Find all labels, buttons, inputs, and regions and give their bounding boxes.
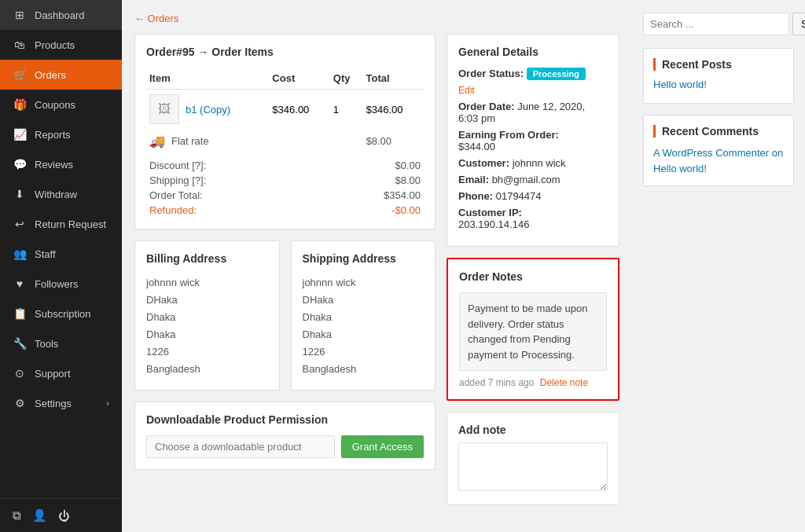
sidebar-item-label: Followers: [35, 278, 79, 290]
search-button[interactable]: Search: [792, 13, 805, 35]
back-to-orders-link[interactable]: ← Orders: [134, 13, 178, 24]
sidebar-item-label: Return Request: [35, 218, 106, 230]
customer-ip-value: 203.190.14.146: [458, 218, 529, 230]
edit-link[interactable]: Edit: [458, 85, 475, 96]
billing-address-card: Billing Address johnnn wick DHaka Dhaka …: [134, 240, 280, 391]
sidebar-item-label: Tools: [35, 338, 58, 350]
col-qty: Qty: [330, 68, 363, 90]
sidebar-item-label: Subscription: [35, 308, 91, 320]
table-row: 🖼 b1 (Copy) $346.00 1 $346.00: [146, 90, 424, 130]
phone-value: 01794474: [496, 190, 542, 202]
shipping-line-2: Dhaka: [303, 311, 333, 323]
billing-line-0: johnnn wick: [146, 277, 200, 288]
sidebar: ⊞ Dashboard 🛍 Products 🛒 Orders 🎁 Coupon…: [0, 0, 122, 532]
comment-post-link[interactable]: Hello world!: [653, 163, 707, 174]
col-total: Total: [363, 68, 424, 90]
customer-label: Customer:: [458, 157, 509, 169]
product-total: $346.00: [363, 90, 424, 130]
shipping-title: Shipping Address: [303, 252, 425, 265]
general-details-title: General Details: [458, 46, 608, 58]
reports-icon: 📈: [13, 128, 27, 141]
sidebar-item-tools[interactable]: 🔧 Tools: [0, 328, 122, 358]
sidebar-item-orders[interactable]: 🛒 Orders: [0, 60, 122, 90]
order-table: Item Cost Qty Total 🖼: [146, 68, 424, 153]
downloadable-row: Grant Access: [146, 435, 424, 458]
shipping-line-0: johnnn wick: [303, 277, 356, 288]
sidebar-item-label: Staff: [35, 248, 56, 260]
phone-row: Phone: 01794474: [458, 190, 608, 202]
downloadable-product-input[interactable]: [146, 435, 335, 458]
sidebar-item-subscription[interactable]: 📋 Subscription: [0, 299, 122, 328]
sidebar-item-support[interactable]: ⊙ Support: [0, 358, 122, 388]
sidebar-item-settings[interactable]: ⚙ Settings ›: [0, 388, 122, 418]
right-sidebar: Search Recent Posts Hello world! Recent …: [632, 0, 805, 532]
email-value: bh@gmail.com: [492, 174, 561, 185]
shipping-sum-value: $8.00: [395, 174, 421, 186]
sidebar-item-reviews[interactable]: 💬 Reviews: [0, 149, 122, 179]
refunded-value: -$0.00: [391, 204, 421, 216]
order-header: Order#95 → Order Items: [146, 46, 424, 58]
search-input[interactable]: [643, 13, 789, 35]
sidebar-bottom: ⧉ 👤 ⏻: [0, 498, 122, 532]
customer-ip-label: Customer IP:: [458, 207, 522, 218]
note-text: Payment to be made upon delivery. Order …: [468, 303, 588, 361]
col-item: Item: [146, 68, 269, 90]
withdraw-icon: ⬇: [13, 188, 27, 200]
note-meta: added 7 mins ago Delete note: [459, 377, 607, 388]
comment-on-text: on: [772, 147, 783, 159]
add-note-textarea[interactable]: [458, 442, 608, 491]
earning-value: $344.00: [458, 141, 495, 152]
left-column: Order#95 → Order Items Item Cost Qty Tot…: [134, 34, 436, 505]
sidebar-item-label: Reports: [35, 129, 71, 141]
customer-value: johnnn wick: [513, 157, 566, 169]
status-label: Order Status:: [458, 68, 524, 79]
chevron-right-icon: ›: [106, 398, 109, 408]
sidebar-item-label: Reviews: [35, 159, 73, 171]
recent-post-link-0[interactable]: Hello world!: [653, 79, 784, 90]
products-icon: 🛍: [13, 39, 27, 51]
grant-access-button[interactable]: Grant Access: [341, 435, 424, 458]
person-icon[interactable]: 👤: [32, 508, 47, 523]
product-link[interactable]: b1 (Copy): [186, 104, 230, 116]
content-area: ← Orders Order#95 → Order Items Item Cos…: [122, 0, 632, 532]
sidebar-item-return-request[interactable]: ↩ Return Request: [0, 209, 122, 239]
tools-icon: 🔧: [13, 337, 27, 350]
recent-comments-widget: Recent Comments A WordPress Commenter on…: [643, 115, 794, 186]
sidebar-item-products[interactable]: 🛍 Products: [0, 30, 122, 60]
sidebar-item-staff[interactable]: 👥 Staff: [0, 239, 122, 269]
power-icon[interactable]: ⏻: [58, 509, 70, 523]
external-link-icon[interactable]: ⧉: [13, 508, 21, 523]
recent-posts-widget: Recent Posts Hello world!: [643, 48, 794, 104]
email-row: Email: bh@gmail.com: [458, 174, 608, 185]
billing-line-5: Bangladesh: [146, 363, 200, 375]
sidebar-item-label: Orders: [35, 69, 66, 81]
staff-icon: 👥: [13, 248, 27, 260]
delete-note-link[interactable]: Delete note: [540, 377, 588, 388]
sidebar-item-dashboard[interactable]: ⊞ Dashboard: [0, 0, 122, 30]
subscription-icon: 📋: [13, 307, 27, 320]
downloadable-title: Downloadable Product Permission: [146, 413, 424, 426]
comment-author-link[interactable]: A WordPress Commenter: [653, 147, 769, 159]
shipping-address-card: Shipping Address johnnn wick DHaka Dhaka…: [291, 240, 436, 391]
billing-title: Billing Address: [146, 252, 268, 265]
coupons-icon: 🎁: [13, 98, 27, 111]
col-cost: Cost: [269, 68, 329, 90]
sidebar-item-reports[interactable]: 📈 Reports: [0, 119, 122, 149]
sidebar-item-withdraw[interactable]: ⬇ Withdraw: [0, 179, 122, 209]
sidebar-item-coupons[interactable]: 🎁 Coupons: [0, 90, 122, 119]
shipping-label: Flat rate: [171, 135, 209, 147]
add-note-card: Add note: [447, 412, 619, 505]
shipping-row: 🚚 Flat rate $8.00: [146, 129, 424, 153]
product-cost: $346.00: [269, 90, 329, 130]
order-items-card: Order#95 → Order Items Item Cost Qty Tot…: [134, 34, 436, 229]
orders-icon: 🛒: [13, 68, 27, 81]
discount-label: Discount [?]:: [149, 160, 206, 171]
recent-posts-title: Recent Posts: [653, 58, 784, 71]
return-icon: ↩: [13, 218, 27, 230]
status-row: Order Status: Processing: [458, 68, 608, 79]
sidebar-item-followers[interactable]: ♥ Followers: [0, 269, 122, 299]
order-summary: Discount [?]: $0.00 Shipping [?]: $8.00 …: [146, 158, 424, 218]
shipping-summary-row: Shipping [?]: $8.00: [146, 173, 424, 188]
add-note-title: Add note: [458, 424, 608, 436]
phone-label: Phone:: [458, 190, 493, 202]
